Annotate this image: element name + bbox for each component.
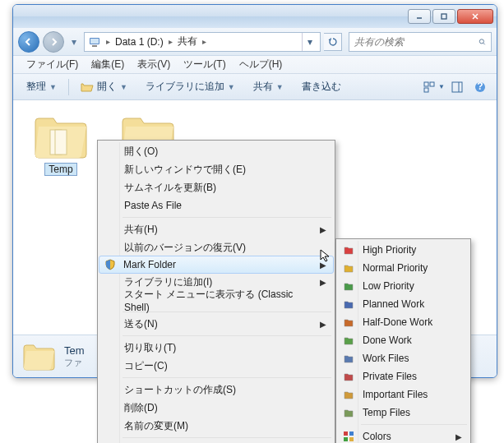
submenu-item[interactable]: Colors▶: [338, 427, 469, 443]
ctx-item[interactable]: ショートカットの作成(S): [99, 381, 333, 399]
menu-tools[interactable]: ツール(T): [177, 58, 232, 72]
menu-edit[interactable]: 編集(E): [85, 58, 131, 72]
search-box[interactable]: [349, 32, 492, 52]
history-dropdown[interactable]: ▾: [67, 34, 81, 50]
svg-rect-11: [424, 88, 428, 92]
submenu-item[interactable]: Low Priority: [338, 277, 469, 295]
cursor-icon: [319, 248, 334, 263]
context-menu: 開く(O)新しいウィンドウで開く(E)サムネイルを更新(B)Paste As F…: [97, 140, 335, 443]
refresh-button[interactable]: [324, 33, 342, 51]
address-dropdown[interactable]: ▾: [302, 33, 317, 51]
details-type: ファ: [64, 357, 85, 369]
search-input[interactable]: [354, 36, 479, 48]
submenu-item[interactable]: Work Files: [338, 349, 469, 367]
svg-rect-21: [349, 437, 354, 441]
ctx-item[interactable]: Mark Folder▶: [99, 256, 334, 274]
ctx-item[interactable]: 開く(O): [99, 142, 333, 160]
toolbar: 整理▼ 開く▼ ライブラリに追加▼ 共有▼ 書き込む ▼ ?: [13, 74, 497, 100]
computer-icon: [88, 35, 101, 48]
folder-item-temp[interactable]: Temp: [25, 112, 97, 176]
submenu-item[interactable]: Planned Work: [338, 295, 469, 313]
forward-button[interactable]: [43, 31, 64, 53]
view-mode-button[interactable]: ▼: [423, 77, 446, 97]
address-bar[interactable]: ▸ Data 1 (D:) ▸ 共有 ▸ ▾: [84, 32, 321, 52]
submenu-item[interactable]: Temp Files: [338, 404, 469, 422]
back-button[interactable]: [18, 31, 39, 53]
mark-folder-submenu: High PriorityNormal PriorityLow Priority…: [335, 238, 471, 443]
folder-open-icon: [81, 81, 94, 93]
ctx-item[interactable]: 切り取り(T): [99, 339, 333, 357]
ctx-item[interactable]: コピー(C): [99, 357, 333, 375]
folder-icon: [32, 112, 90, 159]
minimize-button[interactable]: [408, 9, 431, 24]
submenu-item[interactable]: Half-Done Work: [338, 313, 469, 331]
close-button[interactable]: [457, 9, 493, 24]
submenu-item[interactable]: High Priority: [338, 241, 469, 259]
svg-rect-1: [442, 14, 446, 19]
submenu-item[interactable]: Normal Priority: [338, 259, 469, 277]
titlebar: [13, 5, 497, 28]
burn-button[interactable]: 書き込む: [294, 77, 349, 96]
details-name: Tem: [64, 344, 85, 357]
preview-pane-button[interactable]: [446, 77, 469, 97]
svg-rect-5: [90, 39, 99, 44]
svg-rect-18: [344, 431, 348, 436]
folder-label: Temp: [44, 163, 76, 176]
ctx-item[interactable]: サムネイルを更新(B): [99, 178, 333, 196]
svg-text:?: ?: [477, 81, 483, 92]
ctx-item[interactable]: 名前の変更(M): [99, 417, 333, 435]
open-button[interactable]: 開く▼: [72, 77, 136, 96]
breadcrumb-sep: ▸: [104, 37, 112, 46]
svg-rect-9: [424, 82, 428, 86]
maximize-button[interactable]: [432, 9, 455, 24]
ctx-item[interactable]: 削除(D): [99, 399, 333, 417]
folder-icon: [21, 341, 56, 372]
menu-file[interactable]: ファイル(F): [20, 58, 85, 72]
breadcrumb-sep: ▸: [167, 37, 174, 46]
ctx-item[interactable]: 新しいウィンドウで開く(E): [99, 160, 333, 178]
search-icon: [479, 36, 486, 48]
svg-rect-6: [92, 45, 97, 47]
breadcrumb-seg-1[interactable]: Data 1 (D:): [112, 36, 167, 48]
share-button[interactable]: 共有▼: [245, 77, 292, 96]
submenu-item[interactable]: Done Work: [338, 331, 469, 349]
svg-rect-10: [430, 82, 434, 86]
addlib-button[interactable]: ライブラリに追加▼: [137, 77, 243, 96]
ctx-item[interactable]: スタート メニューに表示する (Classic Shell): [99, 291, 333, 309]
submenu-item[interactable]: Private Files: [338, 367, 469, 385]
svg-point-7: [479, 39, 483, 43]
menu-help[interactable]: ヘルプ(H): [233, 58, 289, 72]
ctx-item[interactable]: 共有(H)▶: [99, 220, 333, 238]
organize-button[interactable]: 整理▼: [18, 77, 65, 96]
menu-view[interactable]: 表示(V): [131, 58, 177, 72]
ctx-item[interactable]: Paste As File: [99, 196, 333, 215]
navbar: ▾ ▸ Data 1 (D:) ▸ 共有 ▸ ▾: [13, 28, 497, 56]
menubar: ファイル(F) 編集(E) 表示(V) ツール(T) ヘルプ(H): [13, 56, 497, 74]
svg-rect-12: [452, 82, 462, 92]
breadcrumb-seg-2[interactable]: 共有: [174, 35, 201, 48]
svg-rect-19: [349, 431, 354, 436]
ctx-item[interactable]: 以前のバージョンの復元(V): [99, 238, 333, 256]
svg-rect-20: [344, 437, 348, 441]
ctx-item[interactable]: 送る(N)▶: [99, 315, 333, 333]
svg-line-8: [483, 43, 485, 44]
submenu-item[interactable]: Important Files: [338, 385, 469, 404]
svg-rect-17: [55, 130, 67, 155]
breadcrumb-sep: ▸: [201, 37, 208, 46]
help-button[interactable]: ?: [469, 77, 492, 97]
